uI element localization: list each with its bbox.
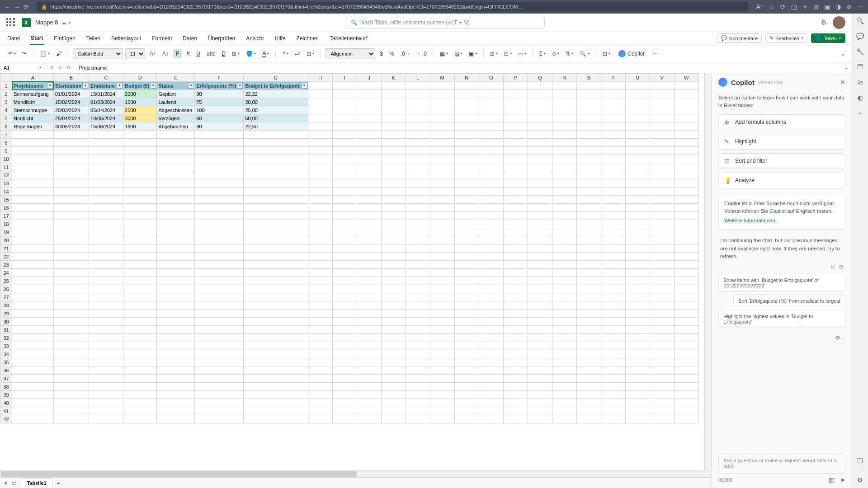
filter-dropdown-icon[interactable]: ▾ <box>150 82 156 89</box>
cell-L40[interactable] <box>406 399 430 407</box>
cell-N14[interactable] <box>454 188 479 196</box>
cell-F33[interactable] <box>195 342 244 350</box>
cell-A39[interactable] <box>12 391 54 399</box>
settings-icon[interactable]: ⚙ <box>821 19 826 27</box>
cell-N4[interactable] <box>454 106 479 114</box>
cell-K25[interactable] <box>381 277 406 285</box>
format-painter-button[interactable]: 🖌 <box>54 49 63 58</box>
cell-N12[interactable] <box>454 171 479 179</box>
cell-J18[interactable] <box>357 220 381 228</box>
wrap-text-button[interactable]: ⮐ <box>293 49 302 58</box>
cell-T20[interactable] <box>601 236 625 244</box>
row-header-36[interactable]: 36 <box>0 366 12 375</box>
cell-H24[interactable] <box>308 269 332 277</box>
cell-O1[interactable] <box>479 82 503 90</box>
cell-L4[interactable] <box>406 106 430 114</box>
cell-B3[interactable]: 15/02/2024 <box>54 98 89 106</box>
cell-G36[interactable] <box>244 366 308 375</box>
cell-J29[interactable] <box>357 310 381 318</box>
cell-S7[interactable] <box>576 131 601 139</box>
cell-H29[interactable] <box>308 310 332 318</box>
cell-T36[interactable] <box>601 366 625 375</box>
cell-R21[interactable] <box>552 244 576 253</box>
cell-D19[interactable] <box>123 228 157 236</box>
cell-A7[interactable] <box>12 131 54 139</box>
cell-V25[interactable] <box>650 277 674 285</box>
cell-I9[interactable] <box>332 147 357 155</box>
cell-D21[interactable] <box>123 244 157 253</box>
row-header-23[interactable]: 23 <box>0 261 12 269</box>
tab-tabellenentwurf[interactable]: Tabellenentwurf <box>329 33 368 44</box>
cell-C29[interactable] <box>89 310 123 318</box>
cell-W3[interactable] <box>674 98 698 106</box>
cell-F24[interactable] <box>195 269 244 277</box>
cell-E40[interactable] <box>157 399 195 407</box>
app-icon[interactable]: ◐ <box>858 94 863 101</box>
cell-J15[interactable] <box>357 196 381 204</box>
refresh-icon[interactable]: ⟳ <box>839 264 844 270</box>
cell-O42[interactable] <box>479 415 503 423</box>
col-header-U[interactable]: U <box>625 74 650 82</box>
downloads-icon[interactable]: ⊕ <box>846 3 852 10</box>
cell-J16[interactable] <box>357 204 381 212</box>
cell-O28[interactable] <box>479 301 503 310</box>
cell-G21[interactable] <box>244 244 308 253</box>
cell-M25[interactable] <box>430 277 454 285</box>
col-header-L[interactable]: L <box>406 74 430 82</box>
cell-S27[interactable] <box>576 293 601 301</box>
cell-A21[interactable] <box>12 244 54 253</box>
cell-W21[interactable] <box>674 244 698 253</box>
cell-H20[interactable] <box>308 236 332 244</box>
cell-K40[interactable] <box>381 399 406 407</box>
cell-Q25[interactable] <box>528 277 552 285</box>
cell-D6[interactable]: 1800 <box>123 122 157 131</box>
cell-G19[interactable] <box>244 228 308 236</box>
cell-T41[interactable] <box>601 407 625 415</box>
cell-A33[interactable] <box>12 342 54 350</box>
cell-E28[interactable] <box>157 301 195 310</box>
cell-C13[interactable] <box>89 179 123 188</box>
cell-I37[interactable] <box>332 375 357 383</box>
cell-U19[interactable] <box>625 228 650 236</box>
cell-S6[interactable] <box>576 122 601 131</box>
cell-Q37[interactable] <box>528 375 552 383</box>
cell-E25[interactable] <box>157 277 195 285</box>
cell-I16[interactable] <box>332 204 357 212</box>
cell-F27[interactable] <box>195 293 244 301</box>
cell-U16[interactable] <box>625 204 650 212</box>
cell-S21[interactable] <box>576 244 601 253</box>
col-header-F[interactable]: F <box>195 74 244 82</box>
cell-B24[interactable] <box>54 269 89 277</box>
cell-F39[interactable] <box>195 391 244 399</box>
cell-P33[interactable] <box>503 342 528 350</box>
row-header-42[interactable]: 42 <box>0 415 12 423</box>
cell-W24[interactable] <box>674 269 698 277</box>
row-header-10[interactable]: 10 <box>0 155 12 163</box>
cell-B16[interactable] <box>54 204 89 212</box>
cell-B2[interactable]: 01/01/2024 <box>54 90 89 98</box>
cell-F28[interactable] <box>195 301 244 310</box>
cell-V9[interactable] <box>650 147 674 155</box>
cell-B41[interactable] <box>54 407 89 415</box>
cell-J27[interactable] <box>357 293 381 301</box>
tab-start[interactable]: Start <box>30 32 44 45</box>
cell-V41[interactable] <box>650 407 674 415</box>
cell-S15[interactable] <box>576 196 601 204</box>
cell-H27[interactable] <box>308 293 332 301</box>
cell-T28[interactable] <box>601 301 625 310</box>
cell-J3[interactable] <box>357 98 381 106</box>
fill-color-button[interactable]: 🪣▾ <box>244 49 258 58</box>
cell-E7[interactable] <box>157 131 195 139</box>
cell-H23[interactable] <box>308 261 332 269</box>
cell-U12[interactable] <box>625 171 650 179</box>
cell-N26[interactable] <box>454 285 479 293</box>
cell-V12[interactable] <box>650 171 674 179</box>
cell-R26[interactable] <box>552 285 576 293</box>
cell-H31[interactable] <box>308 326 332 334</box>
cell-W1[interactable] <box>674 82 698 90</box>
cell-Q8[interactable] <box>528 139 552 147</box>
cell-T22[interactable] <box>601 253 625 261</box>
cell-F3[interactable]: 75 <box>195 98 244 106</box>
cell-S19[interactable] <box>576 228 601 236</box>
cell-G38[interactable] <box>244 383 308 391</box>
